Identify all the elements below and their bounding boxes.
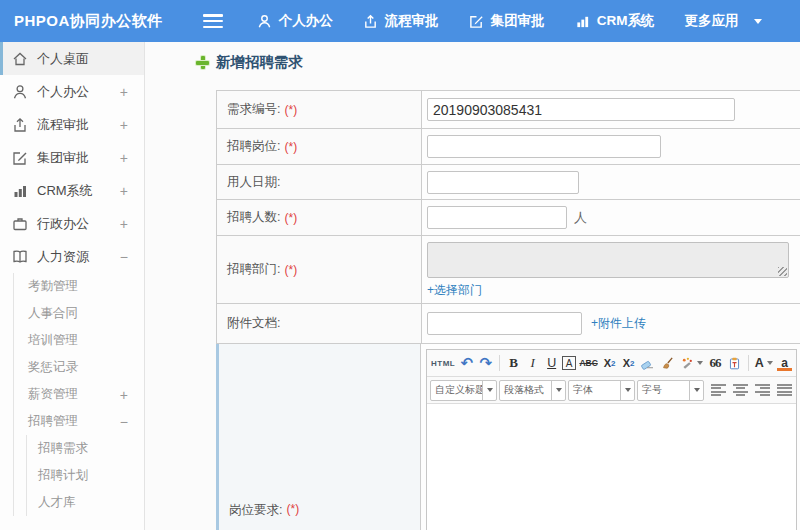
field-value-cell: +选择部门 bbox=[422, 236, 800, 303]
bold-button[interactable]: B bbox=[505, 353, 522, 373]
eraser-icon[interactable] bbox=[639, 353, 657, 373]
sidebar-item-workflow-approval[interactable]: 流程审批 + bbox=[0, 108, 144, 141]
sidebar-item-training-mgmt[interactable]: 培训管理 bbox=[0, 327, 144, 354]
sidebar-item-crm-system[interactable]: CRM系统 + bbox=[0, 174, 144, 207]
field-label: 招聘人数:(*) bbox=[217, 200, 422, 235]
font-color-button[interactable]: A bbox=[753, 353, 774, 373]
page-title: 新增招聘需求 bbox=[216, 53, 303, 72]
user-icon bbox=[257, 14, 272, 29]
undo-icon[interactable]: ↶ bbox=[458, 353, 475, 373]
hamburger-menu-icon[interactable] bbox=[203, 14, 223, 28]
bar-chart-icon bbox=[575, 14, 590, 29]
sidebar: 个人桌面 个人办公 + 流程审批 + 集团审批 + CRM系统 + 行政办公 + bbox=[0, 42, 145, 530]
redo-icon[interactable]: ↷ bbox=[477, 353, 494, 373]
subscript-button[interactable]: X2 bbox=[620, 353, 637, 373]
font-family-dropdown[interactable]: 字体 bbox=[568, 380, 635, 401]
sidebar-item-recruitment-plan[interactable]: 招聘计划 bbox=[0, 462, 144, 489]
field-value-cell bbox=[422, 91, 800, 128]
field-label: 需求编号:(*) bbox=[217, 91, 422, 128]
recruit-count-input[interactable] bbox=[427, 206, 567, 229]
field-label: 附件文档: bbox=[217, 304, 422, 343]
underline-button[interactable]: U bbox=[543, 353, 560, 373]
required-mark: (*) bbox=[284, 263, 297, 277]
user-icon bbox=[12, 84, 28, 100]
page-title-row: 新增招聘需求 bbox=[196, 53, 303, 72]
collapse-minus-icon[interactable]: − bbox=[120, 415, 128, 429]
field-label: 岗位要求:(*) bbox=[216, 344, 421, 530]
unit-suffix: 人 bbox=[574, 209, 587, 227]
superscript-button[interactable]: X2 bbox=[601, 353, 618, 373]
blockquote-button[interactable]: 66 bbox=[707, 353, 724, 373]
collapse-minus-icon[interactable]: − bbox=[120, 250, 128, 264]
color-splash-icon[interactable] bbox=[679, 353, 705, 373]
sidebar-item-human-resources[interactable]: 人力资源 − bbox=[0, 240, 144, 273]
form-row-recruit-count: 招聘人数:(*) 人 bbox=[217, 200, 800, 236]
align-left-icon[interactable] bbox=[711, 384, 726, 397]
required-mark: (*) bbox=[284, 211, 297, 225]
strikethrough-button[interactable]: ABC bbox=[578, 353, 599, 373]
align-center-icon[interactable] bbox=[733, 384, 748, 397]
sidebar-item-personal-desktop[interactable]: 个人桌面 bbox=[0, 42, 144, 75]
sidebar-item-personal-office[interactable]: 个人办公 + bbox=[0, 75, 144, 108]
sidebar-item-recruitment-demand[interactable]: 招聘需求 bbox=[0, 435, 144, 462]
italic-button[interactable]: I bbox=[524, 353, 541, 373]
form-row-recruit-department: 招聘部门:(*) +选择部门 bbox=[217, 236, 800, 304]
main-content: 新增招聘需求 需求编号:(*) 招聘岗位:(*) bbox=[146, 42, 800, 530]
top-nav: 个人办公 流程审批 集团审批 CRM系统 更多应用 bbox=[257, 12, 762, 30]
field-value-cell bbox=[422, 129, 800, 164]
field-value-cell: 人 bbox=[422, 200, 800, 235]
bar-chart-icon bbox=[12, 183, 28, 199]
expand-plus-icon[interactable]: + bbox=[120, 118, 128, 132]
required-mark: (*) bbox=[284, 103, 297, 117]
edit-icon bbox=[12, 150, 28, 166]
html-source-button[interactable]: HTML bbox=[430, 353, 456, 373]
align-right-icon[interactable] bbox=[755, 384, 770, 397]
toolbar-separator bbox=[499, 355, 500, 371]
recruit-position-input[interactable] bbox=[427, 135, 661, 158]
sidebar-item-reward-punishment[interactable]: 奖惩记录 bbox=[0, 354, 144, 381]
app-window: PHPOA协同办公软件 个人办公 流程审批 集团审批 CRM系统 更多应用 bbox=[0, 0, 800, 530]
nav-crm-system[interactable]: CRM系统 bbox=[575, 12, 655, 30]
book-icon bbox=[12, 249, 28, 265]
sidebar-item-salary-mgmt[interactable]: 薪资管理 + bbox=[0, 381, 144, 408]
sidebar-item-attendance-mgmt[interactable]: 考勤管理 bbox=[0, 273, 144, 300]
sidebar-item-admin-office[interactable]: 行政办公 + bbox=[0, 207, 144, 240]
sidebar-item-group-approval[interactable]: 集团审批 + bbox=[0, 141, 144, 174]
background-color-button[interactable]: a bbox=[776, 353, 793, 373]
expand-plus-icon[interactable]: + bbox=[120, 184, 128, 198]
department-textarea[interactable] bbox=[427, 242, 789, 278]
expand-plus-icon[interactable]: + bbox=[120, 217, 128, 231]
briefcase-icon bbox=[12, 216, 28, 232]
field-value-cell bbox=[422, 165, 800, 199]
nav-personal-office[interactable]: 个人办公 bbox=[257, 12, 333, 30]
expand-plus-icon[interactable]: + bbox=[120, 151, 128, 165]
add-icon bbox=[196, 56, 209, 69]
paste-icon[interactable] bbox=[726, 353, 743, 373]
format-brush-icon[interactable] bbox=[659, 353, 677, 373]
editor-toolbar-row-1: HTML ↶ ↷ B I U A ABC X2 X2 bbox=[427, 350, 796, 377]
demand-number-input[interactable] bbox=[427, 98, 735, 121]
border-text-button[interactable]: A bbox=[562, 356, 576, 370]
sidebar-item-personnel-contract[interactable]: 人事合同 bbox=[0, 300, 144, 327]
nav-group-approval[interactable]: 集团审批 bbox=[469, 12, 545, 30]
sidebar-item-talent-pool[interactable]: 人才库 bbox=[0, 489, 144, 516]
caret-down-icon bbox=[697, 361, 703, 365]
attachment-upload-link[interactable]: +附件上传 bbox=[591, 315, 646, 332]
custom-title-dropdown[interactable]: 自定义标题 bbox=[430, 380, 497, 401]
select-department-link[interactable]: +选择部门 bbox=[427, 282, 482, 299]
sidebar-item-recruitment-mgmt[interactable]: 招聘管理 − bbox=[0, 408, 144, 435]
paragraph-format-dropdown[interactable]: 段落格式 bbox=[499, 380, 566, 401]
caret-down-icon bbox=[551, 381, 565, 400]
expand-plus-icon[interactable]: + bbox=[120, 388, 128, 402]
editor-content-area[interactable] bbox=[427, 404, 796, 530]
field-label: 用人日期: bbox=[217, 165, 422, 199]
employment-date-input[interactable] bbox=[427, 171, 579, 194]
attachment-input[interactable] bbox=[427, 312, 582, 335]
font-size-dropdown[interactable]: 字号 bbox=[637, 380, 704, 401]
nav-more-apps[interactable]: 更多应用 bbox=[685, 12, 762, 30]
toolbar-separator bbox=[748, 355, 749, 371]
expand-plus-icon[interactable]: + bbox=[120, 85, 128, 99]
field-value-cell: +附件上传 bbox=[422, 304, 800, 343]
nav-workflow-approval[interactable]: 流程审批 bbox=[363, 12, 439, 30]
align-justify-icon[interactable] bbox=[777, 384, 792, 397]
